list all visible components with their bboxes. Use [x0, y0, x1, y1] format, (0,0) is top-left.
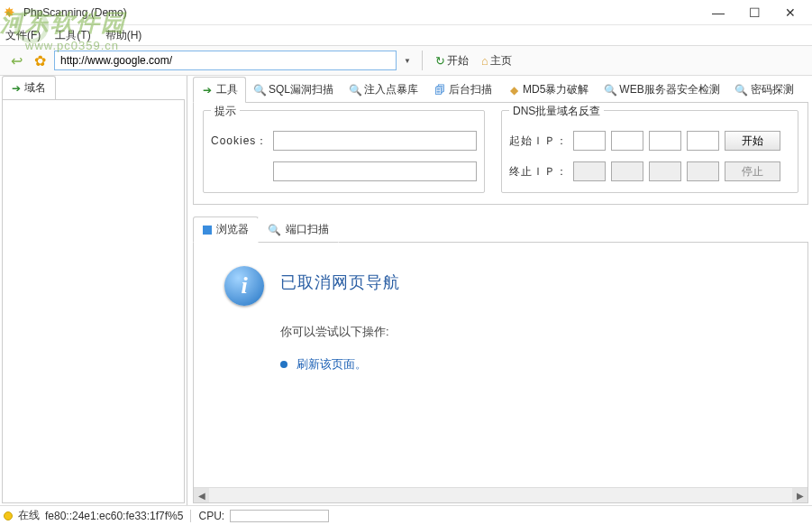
menu-tools[interactable]: 工具(T) — [55, 28, 90, 43]
dns-start-button[interactable]: 开始 — [725, 131, 780, 151]
tab-domain[interactable]: ➔ 域名 — [2, 76, 56, 99]
search-icon: 🔍 — [604, 84, 616, 97]
hint-legend: 提示 — [211, 104, 240, 119]
tab-injection-label: 注入点暴库 — [364, 82, 418, 97]
titlebar: ✸ PhpScanning.(Demo) — ☐ ✕ — [0, 0, 812, 25]
tab-tools[interactable]: ➔工具 — [193, 77, 246, 103]
refresh-link-label: 刷新该页面。 — [297, 356, 367, 373]
separator — [190, 510, 191, 522]
tab-webserver-label: WEB服务器安全检测 — [619, 82, 719, 97]
browser-title: 已取消网页导航 — [280, 272, 400, 293]
end-ip-1[interactable] — [573, 161, 606, 181]
right-panel: ➔工具 🔍SQL漏洞扫描 🔍注入点暴库 🗐后台扫描 ◆MD5暴力破解 🔍WEB服… — [187, 76, 812, 505]
tab-password-label: 密码探测 — [751, 82, 794, 97]
url-dropdown-icon[interactable]: ▼ — [402, 57, 413, 65]
maximize-button[interactable]: ☐ — [736, 2, 772, 23]
home-icon: ⌂ — [481, 54, 488, 68]
tab-injection[interactable]: 🔍注入点暴库 — [341, 77, 426, 103]
tab-browser-label: 浏览器 — [216, 222, 249, 237]
close-button[interactable]: ✕ — [772, 2, 808, 23]
tab-md5-label: MD5暴力破解 — [523, 82, 588, 97]
browser-message: i 已取消网页导航 你可以尝试以下操作: 刷新该页面。 — [224, 266, 789, 373]
menu-help[interactable]: 帮助(H) — [105, 28, 142, 43]
tab-tools-label: 工具 — [216, 82, 238, 97]
horizontal-scrollbar[interactable]: ◀ ▶ — [194, 487, 807, 502]
status-ip: fe80::24e1:ec60:fe33:1f7f%5 — [45, 510, 183, 522]
favorite-icon[interactable]: ✿ — [31, 51, 49, 69]
tab-md5[interactable]: ◆MD5暴力破解 — [499, 77, 597, 103]
back-icon[interactable]: ↩ — [7, 51, 25, 69]
hint-fieldset: 提示 Cookies： Cookies： — [203, 110, 485, 193]
start-ip-1[interactable] — [573, 131, 606, 151]
tab-domain-label: 域名 — [24, 80, 46, 96]
url-input[interactable] — [54, 51, 397, 70]
scroll-right-icon[interactable]: ▶ — [792, 488, 807, 503]
cookies-label: Cookies： — [211, 134, 268, 149]
tab-adminscan[interactable]: 🗐后台扫描 — [425, 77, 500, 103]
window-title: PhpScanning.(Demo) — [23, 6, 700, 19]
tab-browser[interactable]: 浏览器 — [193, 216, 259, 243]
left-panel: ➔ 域名 — [0, 76, 187, 505]
tab-sqlscan[interactable]: 🔍SQL漏洞扫描 — [245, 77, 342, 103]
minimize-button[interactable]: — — [700, 2, 736, 23]
start-ip-4[interactable] — [687, 131, 719, 151]
start-label: 开始 — [447, 53, 469, 69]
tab-portscan[interactable]: 🔍端口扫描 — [258, 216, 339, 243]
menu-file[interactable]: 文件(F) — [5, 28, 41, 43]
refresh-icon: ↻ — [435, 54, 445, 68]
cpu-label: CPU: — [198, 510, 224, 522]
tool-body: 提示 Cookies： Cookies： DNS批量域名反查 起始ＩＰ： 开始 — [193, 103, 808, 205]
tab-password[interactable]: 🔍密码探测 — [727, 77, 802, 103]
search-icon: 🔍 — [349, 84, 361, 97]
left-tabstrip: ➔ 域名 — [0, 76, 187, 99]
arrow-icon: ➔ — [12, 82, 21, 95]
start-ip-label: 起始ＩＰ： — [509, 134, 568, 149]
end-ip-label: 终止ＩＰ： — [509, 164, 568, 180]
refresh-link[interactable]: 刷新该页面。 — [280, 356, 400, 373]
bullet-icon — [280, 361, 287, 368]
start-ip-3[interactable] — [649, 131, 681, 151]
cpu-progress — [230, 510, 329, 522]
arrow-icon: ➔ — [201, 84, 214, 97]
cookies-input-2[interactable] — [273, 161, 477, 181]
top-tabstrip: ➔工具 🔍SQL漏洞扫描 🔍注入点暴库 🗐后台扫描 ◆MD5暴力破解 🔍WEB服… — [193, 78, 808, 103]
tab-portscan-label: 端口扫描 — [286, 222, 329, 237]
app-icon: ✸ — [4, 5, 18, 20]
mid-tabstrip: 浏览器 🔍端口扫描 — [193, 217, 808, 243]
start-ip-2[interactable] — [611, 131, 643, 151]
info-icon: i — [224, 266, 264, 306]
end-ip-2[interactable] — [611, 161, 643, 181]
tab-webserver[interactable]: 🔍WEB服务器安全检测 — [596, 77, 727, 103]
copy-icon: 🗐 — [433, 84, 446, 97]
separator — [422, 51, 423, 70]
search-icon: 🔍 — [268, 224, 281, 236]
cube-icon: ◆ — [507, 84, 520, 97]
dns-legend: DNS批量域名反查 — [509, 104, 604, 119]
home-label: 主页 — [490, 53, 512, 69]
tab-adminscan-label: 后台扫描 — [449, 82, 492, 97]
cookies-input[interactable] — [273, 131, 477, 151]
tab-sqlscan-label: SQL漏洞扫描 — [269, 82, 333, 97]
dns-stop-button[interactable]: 停止 — [725, 161, 780, 181]
search-icon: 🔍 — [735, 84, 748, 97]
status-dot-icon — [4, 511, 13, 520]
browser-subtitle: 你可以尝试以下操作: — [280, 324, 400, 340]
status-bar: 在线 fe80::24e1:ec60:fe33:1f7f%5 CPU: — [0, 505, 812, 525]
start-button[interactable]: ↻ 开始 — [432, 51, 472, 70]
menubar: 文件(F) 工具(T) 帮助(H) — [0, 25, 812, 45]
dns-fieldset: DNS批量域名反查 起始ＩＰ： 开始 终止ＩＰ： 停止 — [501, 110, 798, 193]
scroll-left-icon[interactable]: ◀ — [194, 488, 209, 503]
end-ip-3[interactable] — [649, 161, 681, 181]
home-button[interactable]: ⌂ 主页 — [478, 51, 515, 70]
address-bar: ↩ ✿ ▼ ↻ 开始 ⌂ 主页 — [0, 45, 812, 76]
main-area: ➔ 域名 ➔工具 🔍SQL漏洞扫描 🔍注入点暴库 🗐后台扫描 ◆MD5暴力破解 … — [0, 76, 812, 505]
search-icon: 🔍 — [253, 84, 266, 97]
browser-pane: i 已取消网页导航 你可以尝试以下操作: 刷新该页面。 ◀ ▶ — [193, 243, 808, 503]
domain-list[interactable] — [2, 99, 185, 503]
status-online: 在线 — [18, 508, 40, 523]
end-ip-4[interactable] — [687, 161, 719, 181]
square-icon — [203, 226, 212, 235]
